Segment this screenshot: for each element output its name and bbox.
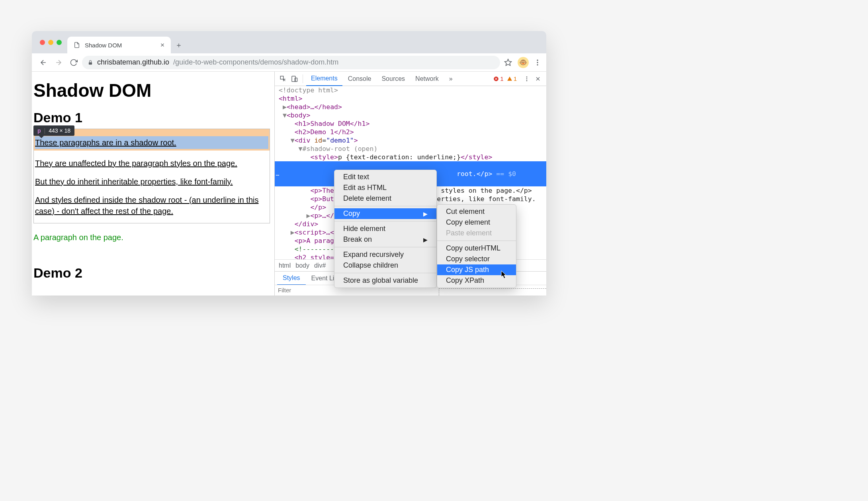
svg-point-17 xyxy=(526,76,528,78)
dom-line: <h2>Demo 1</h2> xyxy=(275,128,546,136)
page-icon xyxy=(74,42,80,48)
svg-point-8 xyxy=(537,59,538,61)
devtools-menu-icon[interactable] xyxy=(522,74,532,84)
url-field[interactable]: chrisbateman.github.io/guide-to-web-comp… xyxy=(82,56,500,69)
ctx-copy-xpath[interactable]: Copy XPath xyxy=(437,275,516,286)
close-tab-icon[interactable] xyxy=(160,42,165,48)
context-menu: Edit text Edit as HTML Delete element Co… xyxy=(334,170,437,288)
inspect-element-icon[interactable] xyxy=(278,74,288,84)
new-tab-button[interactable] xyxy=(171,37,187,53)
ctx-copy-selector[interactable]: Copy selector xyxy=(437,254,516,264)
ctx-store-global[interactable]: Store as global variable xyxy=(334,275,436,286)
tabs-overflow[interactable]: » xyxy=(444,72,457,86)
devtools-tabs: Elements Console Sources Network » 1 1 xyxy=(275,72,546,86)
tab-network[interactable]: Network xyxy=(411,72,444,86)
lock-icon xyxy=(88,60,93,65)
crumb[interactable]: div# xyxy=(314,262,326,269)
minimize-window-icon[interactable] xyxy=(48,40,53,45)
page-heading: Shadow DOM xyxy=(33,80,270,101)
demo1-heading: Demo 1 xyxy=(33,110,270,125)
warning-count[interactable]: 1 xyxy=(507,75,517,82)
close-window-icon[interactable] xyxy=(40,40,45,45)
dom-line: <style>p {text-decoration: underline;}</… xyxy=(275,153,546,161)
close-devtools-icon[interactable] xyxy=(533,74,543,84)
submenu-arrow-icon: ▶ xyxy=(423,211,428,217)
svg-point-10 xyxy=(537,64,538,65)
browser-tab[interactable]: Shadow DOM xyxy=(67,37,171,53)
error-count[interactable]: 1 xyxy=(493,75,503,82)
ctx-copy[interactable]: Copy▶ xyxy=(334,208,436,219)
tab-title: Shadow DOM xyxy=(85,42,122,49)
svg-rect-11 xyxy=(280,76,283,79)
tooltip-dims: 443 × 18 xyxy=(49,127,70,134)
crumb[interactable]: html xyxy=(279,262,291,269)
reload-button[interactable] xyxy=(67,56,80,69)
shadow-para[interactable]: But they do inherit inheritable properti… xyxy=(35,176,270,187)
tooltip-tag: p xyxy=(37,127,41,134)
shadow-demo-box: These paragraphs are in a shadow root. T… xyxy=(33,129,270,223)
context-submenu-copy: Cut element Copy element Paste element C… xyxy=(437,204,516,288)
maximize-window-icon[interactable] xyxy=(57,40,62,45)
tab-sources[interactable]: Sources xyxy=(377,72,410,86)
dom-line: <h1>Shadow DOM</h1> xyxy=(275,119,546,128)
dom-line: ▼<body> xyxy=(275,111,546,119)
window-controls xyxy=(40,40,62,45)
demo2-heading: Demo 2 xyxy=(33,265,270,281)
ctx-edit-text[interactable]: Edit text xyxy=(334,172,436,182)
svg-point-19 xyxy=(526,80,528,81)
ctx-break-on[interactable]: Break on▶ xyxy=(334,234,436,245)
ctx-collapse-children[interactable]: Collapse children xyxy=(334,260,436,271)
svg-point-9 xyxy=(537,62,538,63)
page-paragraph[interactable]: A paragraph on the page. xyxy=(33,233,270,242)
ctx-copy-outerhtml[interactable]: Copy outerHTML xyxy=(437,243,516,254)
shadow-para[interactable]: They are unaffected by the paragraph sty… xyxy=(35,158,270,169)
address-bar: chrisbateman.github.io/guide-to-web-comp… xyxy=(32,53,546,72)
shadow-para[interactable]: And styles defined inside the shadow roo… xyxy=(35,194,270,217)
browser-window: Shadow DOM chrisbateman.github.io/guide-… xyxy=(32,31,546,296)
ctx-edit-as-html[interactable]: Edit as HTML xyxy=(334,182,436,193)
tab-console[interactable]: Console xyxy=(343,72,376,86)
rendered-page: Shadow DOM Demo 1 p | 443 × 18 These par… xyxy=(32,72,274,296)
url-path: /guide-to-web-components/demos/shadow-do… xyxy=(173,58,338,67)
dom-line: ▼<div id="demo1"> xyxy=(275,136,546,145)
styles-dashed-box xyxy=(439,288,546,296)
submenu-arrow-icon: ▶ xyxy=(423,237,428,243)
crumb[interactable]: body xyxy=(295,262,309,269)
dom-line: ▼#shadow-root (open) xyxy=(275,145,546,153)
browser-menu-icon[interactable] xyxy=(534,59,542,67)
tab-elements[interactable]: Elements xyxy=(306,72,342,86)
forward-button[interactable] xyxy=(52,56,65,69)
svg-rect-6 xyxy=(89,62,92,65)
dom-line: <!doctype html> xyxy=(275,86,546,94)
ctx-delete-element[interactable]: Delete element xyxy=(334,193,436,204)
styles-tab[interactable]: Styles xyxy=(277,272,306,285)
ctx-copy-element[interactable]: Copy element xyxy=(437,217,516,228)
bookmark-icon[interactable] xyxy=(504,59,512,67)
ctx-paste-element: Paste element xyxy=(437,228,516,239)
svg-marker-7 xyxy=(505,59,512,65)
ctx-copy-js-path[interactable]: Copy JS path xyxy=(437,264,516,275)
ctx-hide-element[interactable]: Hide element xyxy=(334,223,436,234)
dom-line: <html> xyxy=(275,94,546,103)
ctx-expand-recursively[interactable]: Expand recursively xyxy=(334,249,436,260)
url-host: chrisbateman.github.io xyxy=(97,58,169,67)
inspect-tooltip: p | 443 × 18 xyxy=(33,125,74,136)
device-toolbar-icon[interactable] xyxy=(289,74,299,84)
profile-avatar[interactable]: 🐵 xyxy=(518,57,529,68)
svg-point-18 xyxy=(526,78,528,79)
ctx-cut-element[interactable]: Cut element xyxy=(437,206,516,217)
tab-bar: Shadow DOM xyxy=(32,31,546,53)
back-button[interactable] xyxy=(37,56,50,69)
dom-line: ▶<head>…</head> xyxy=(275,103,546,111)
